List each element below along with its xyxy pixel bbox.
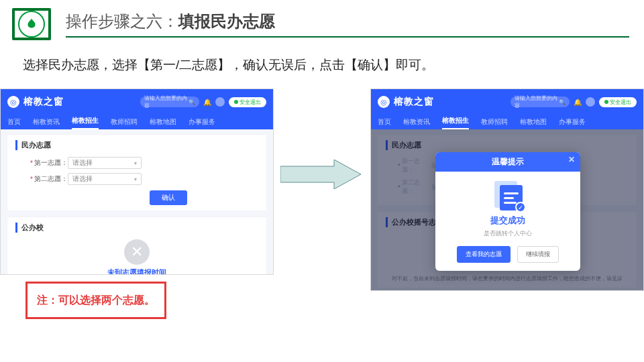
logout-button[interactable]: 安全退出: [599, 97, 637, 107]
svg-marker-2: [280, 160, 361, 189]
instruction-text: 选择民办志愿，选择【第一/二志愿】，确认无误后，点击【确认】即可。: [23, 56, 644, 74]
private-choice-card: 民办志愿 *第一志愿： 请选择▾ *第二志愿： 请选择▾ 确认: [7, 135, 266, 210]
choice1-select[interactable]: 请选择▾: [68, 157, 142, 169]
nav-service[interactable]: 办事服务: [189, 117, 215, 129]
close-circle-icon: ✕: [124, 239, 150, 265]
modal-header: 温馨提示 ✕: [435, 152, 580, 172]
callout-box: 注：可以选择两个志愿。: [25, 282, 166, 319]
search-icon: 🔍: [189, 99, 195, 105]
view-my-choices-button[interactable]: 查看我的志愿: [457, 246, 511, 263]
school-logo: [12, 8, 51, 40]
site-logo-icon: ◎: [7, 96, 19, 108]
nav-teacher[interactable]: 教师招聘: [111, 117, 138, 129]
private-section-title: 民办志愿: [15, 140, 258, 150]
nav-tabs: 首页 榕教资讯 榕教招生 教师招聘 榕教地图 办事服务: [1, 115, 273, 129]
nav-enroll[interactable]: 榕教招生: [72, 116, 99, 129]
title-prefix: 操作步骤之六：: [66, 12, 178, 30]
search-input[interactable]: 请输入您想要的内容 🔍: [511, 97, 570, 107]
logout-button[interactable]: 安全退出: [229, 97, 266, 107]
choice2-select[interactable]: 请选择▾: [68, 173, 142, 185]
site-title: 榕教之窗: [23, 96, 64, 108]
avatar[interactable]: [215, 97, 225, 107]
screenshot-before: ◎ 榕教之窗 请输入您想要的内容 🔍 🔔 安全退出 首页 榕教资讯 榕教招生 教…: [0, 88, 274, 275]
choice1-row: *第一志愿： 请选择▾: [30, 157, 258, 169]
choice2-row: *第二志愿： 请选择▾: [30, 173, 258, 185]
bell-icon[interactable]: 🔔: [574, 99, 582, 106]
success-modal: 温馨提示 ✕ ✓ 提交成功 是否跳转个人中心 查看我的志愿 继: [435, 152, 580, 271]
not-open-title: 未到志愿填报时间: [15, 267, 258, 275]
public-section-title: 公办校: [15, 223, 258, 233]
page-title: 操作步骤之六：填报民办志愿: [66, 11, 629, 38]
site-logo-icon: ◎: [378, 96, 390, 108]
search-placeholder: 请输入您想要的内容: [144, 95, 189, 109]
title-bold: 填报民办志愿: [178, 12, 275, 30]
confirm-button[interactable]: 确认: [150, 190, 187, 205]
callout-text: 注：可以选择两个志愿。: [37, 294, 155, 308]
check-icon: ✓: [515, 202, 526, 213]
continue-button[interactable]: 继续填报: [517, 246, 559, 263]
search-icon: 🔍: [559, 99, 566, 105]
document-success-icon: ✓: [492, 181, 524, 210]
nav-map[interactable]: 榕教地图: [150, 117, 176, 129]
public-choice-card: 公办校 ✕ 未到志愿填报时间 对不起，当前未到志愿填报时间，请在要求的时间内进行…: [7, 217, 266, 275]
leaf-icon: [18, 11, 45, 38]
site-title: 榕教之窗: [394, 96, 434, 108]
search-input[interactable]: 请输入您想要的内容 🔍: [140, 97, 199, 107]
chevron-down-icon: ▾: [134, 160, 137, 166]
app-topbar: ◎ 榕教之窗 请输入您想要的内容 🔍 🔔 安全退出: [1, 89, 273, 115]
slide-header: 操作步骤之六：填报民办志愿: [0, 0, 644, 40]
arrow-right-icon: [280, 160, 361, 189]
nav-home[interactable]: 首页: [7, 117, 21, 129]
nav-news[interactable]: 榕教资讯: [33, 117, 60, 129]
nav-tabs: 首页 榕教资讯 榕教招生 教师招聘 榕教地图 办事服务: [371, 115, 643, 129]
app-topbar: ◎ 榕教之窗 请输入您想要的内容 🔍 🔔 安全退出: [371, 89, 643, 115]
chevron-down-icon: ▾: [134, 176, 137, 182]
screenshot-after: ◎ 榕教之窗 请输入您想要的内容 🔍 🔔 安全退出 首页 榕教资讯 榕教招生 教…: [370, 88, 644, 291]
close-icon[interactable]: ✕: [568, 155, 575, 164]
bell-icon[interactable]: 🔔: [203, 99, 211, 106]
modal-title: 提交成功: [442, 215, 574, 227]
avatar[interactable]: [586, 97, 595, 107]
modal-subtitle: 是否跳转个人中心: [442, 229, 574, 238]
